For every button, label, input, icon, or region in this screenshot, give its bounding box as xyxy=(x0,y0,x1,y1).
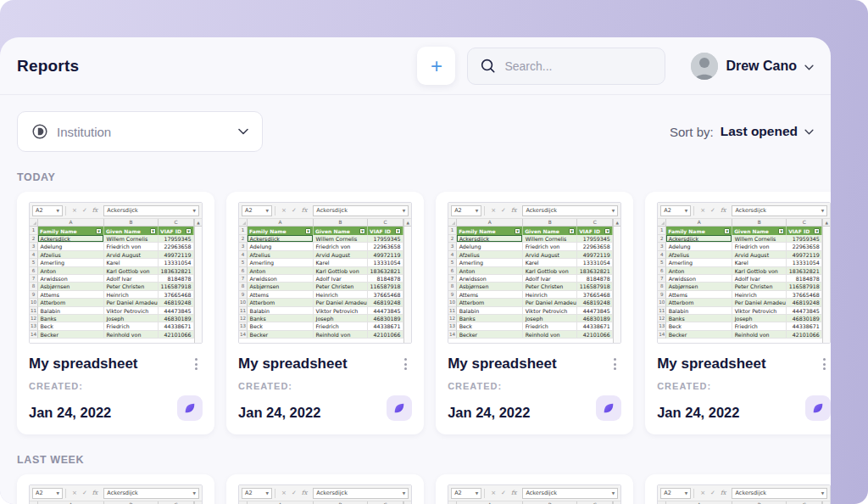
row-number: 3 xyxy=(239,243,248,250)
formula-value-box: Ackersdijck ▼ xyxy=(522,488,618,499)
dropdown-caret-icon: ▼ xyxy=(193,209,196,213)
column-letters-row: A B C xyxy=(658,219,822,227)
report-card[interactable]: A2 ▼ × ✓ fx Ackersdijck ▼ A xyxy=(645,474,831,504)
sheet-cell: 183632821 xyxy=(159,267,194,275)
sheet-cell: Adelung xyxy=(666,243,732,250)
sheet-cell: Asbjørnsen xyxy=(248,283,314,290)
filter-dropdown-icon: ▼ xyxy=(569,228,575,234)
sheet-cell: Willem Cornelis xyxy=(732,235,787,243)
sheet-cell: 49972119 xyxy=(368,251,403,259)
sheet-cell: Ackersdijck xyxy=(457,235,523,243)
sheet-cell: 183632821 xyxy=(368,267,403,275)
search-box[interactable] xyxy=(467,48,665,85)
sheet-rows: 2 Ackersdijck Willem Cornelis 17959345 3… xyxy=(658,235,822,339)
filter-dropdown-icon: ▼ xyxy=(359,228,365,234)
sheet-cell: 37665468 xyxy=(577,291,613,299)
sheet-cell: 13331054 xyxy=(787,259,822,266)
card-menu-button[interactable] xyxy=(399,355,412,373)
column-letters-row: A B C xyxy=(448,219,613,227)
sheet-row: 5 Amerling Karel 13331054 xyxy=(658,259,822,266)
institution-select[interactable]: Institution xyxy=(17,111,263,152)
sheet-cell: Arvid August xyxy=(104,251,159,259)
report-card[interactable]: A2 ▼ × ✓ fx Ackersdijck ▼ A xyxy=(226,192,424,434)
sheet-row: 8 Asbjørnsen Peter Christen 116587918 xyxy=(30,283,194,290)
report-card[interactable]: A2 ▼ × ✓ fx Ackersdijck ▼ A xyxy=(645,192,831,434)
row-number: 5 xyxy=(30,259,38,266)
row-number: 7 xyxy=(448,275,457,283)
sheet-cell: 8184878 xyxy=(159,275,194,283)
sheet-cell: 44338671 xyxy=(159,322,194,330)
sheet-cell: 37665468 xyxy=(159,291,194,299)
dropdown-caret-icon: ▼ xyxy=(821,209,824,213)
formula-actions: × ✓ fx xyxy=(697,207,729,214)
sheet-cell: 116587918 xyxy=(787,283,822,290)
sheet-cell: Reinhold von xyxy=(523,331,577,339)
sheet-cell: 49972119 xyxy=(787,251,822,259)
row-number: 5 xyxy=(448,259,457,266)
section-label: TODAY xyxy=(17,171,814,183)
card-menu-button[interactable] xyxy=(818,355,831,373)
sheet-scrollbar: ▲ xyxy=(822,219,830,343)
fx-icon: fx xyxy=(721,490,726,496)
sheet-row: 7 Arwidsson Adolf Ivar 8184878 xyxy=(448,275,613,283)
sheet-cell: Afzelius xyxy=(38,251,104,259)
sheet-cell: Reinhold von xyxy=(314,331,368,339)
confirm-icon: ✓ xyxy=(501,207,506,214)
sheet-cell: Balabin xyxy=(38,307,104,315)
report-card[interactable]: A2 ▼ × ✓ fx Ackersdijck ▼ A xyxy=(17,192,214,434)
sheet-cell: 37665468 xyxy=(787,291,822,299)
column-letter: C xyxy=(159,219,194,226)
sheet-cell: Becker xyxy=(38,331,104,339)
row-number: 12 xyxy=(658,315,666,322)
sheet-cell: Attems xyxy=(248,291,314,299)
sheet-cell: 42101066 xyxy=(368,331,403,339)
sheet-header-cell: Given Name▼ xyxy=(732,227,787,235)
sheet-cell: 17959345 xyxy=(368,235,403,243)
sheet-cell: 8184878 xyxy=(787,275,822,283)
sheet-cell: 37665468 xyxy=(368,291,403,299)
sheet-cell: Atterbom xyxy=(457,299,523,306)
leaf-logo-icon xyxy=(392,401,406,415)
row-number: 1 xyxy=(239,227,248,235)
sheet-row: 2 Ackersdijck Willem Cornelis 17959345 xyxy=(658,235,822,243)
sheet-header-cell: VIAF ID▼ xyxy=(577,227,613,235)
sheet-cell: Viktor Petrovich xyxy=(104,307,159,315)
main-panel: Reports + Drew Cano xyxy=(0,37,831,504)
sheet-cell: Banks xyxy=(38,315,104,322)
report-card[interactable]: A2 ▼ × ✓ fx Ackersdijck ▼ A xyxy=(226,474,424,504)
card-menu-button[interactable] xyxy=(609,355,621,373)
row-number: 4 xyxy=(658,251,666,259)
column-letter: C xyxy=(787,219,822,226)
spreadsheet-preview: A2 ▼ × ✓ fx Ackersdijck ▼ A xyxy=(29,202,203,344)
report-card[interactable]: A2 ▼ × ✓ fx Ackersdijck ▼ A xyxy=(17,474,214,504)
report-card[interactable]: A2 ▼ × ✓ fx Ackersdijck ▼ A xyxy=(436,192,633,434)
sheet-cell: Arvid August xyxy=(732,251,787,259)
card-menu-button[interactable] xyxy=(190,355,203,373)
sort-by-label: Sort by: xyxy=(670,125,714,139)
search-input[interactable] xyxy=(504,59,653,73)
sheet-row: 11 Balabin Viktor Petrovich 44473845 xyxy=(448,307,613,315)
created-date: Jan 24, 2022 xyxy=(657,405,739,421)
sheet-body: A B C 1 Family Name▼ Given Name▼ VIAF ID… xyxy=(239,219,411,343)
confirm-icon: ✓ xyxy=(501,490,506,496)
add-report-button[interactable]: + xyxy=(417,47,455,85)
sheet-formula-bar: A2 ▼ × ✓ fx Ackersdijck ▼ xyxy=(30,203,202,219)
sheet-cell: 44338671 xyxy=(368,322,403,330)
row-number: 13 xyxy=(30,322,38,330)
sheet-cell: Asbjørnsen xyxy=(666,283,732,290)
row-number: 8 xyxy=(658,283,666,290)
avatar xyxy=(691,53,718,80)
filter-dropdown-icon: ▼ xyxy=(515,228,520,234)
dropdown-caret-icon: ▼ xyxy=(403,209,405,213)
sheet-row: 9 Attems Heinrich 37665468 xyxy=(448,291,613,299)
sheet-cell: Friedrich xyxy=(314,322,368,330)
sheet-cell: Arwidsson xyxy=(248,275,314,283)
sheet-cell: 49972119 xyxy=(159,251,194,259)
sort-control[interactable]: Sort by: Last opened xyxy=(670,124,814,139)
sheet-cell: Amerling xyxy=(666,259,732,266)
report-card[interactable]: A2 ▼ × ✓ fx Ackersdijck ▼ A xyxy=(436,474,633,504)
sheet-cell: Heinrich xyxy=(104,291,159,299)
sheet-header-cell: VIAF ID▼ xyxy=(368,227,403,235)
row-number: 6 xyxy=(658,267,666,275)
user-menu[interactable]: Drew Cano xyxy=(691,53,814,80)
